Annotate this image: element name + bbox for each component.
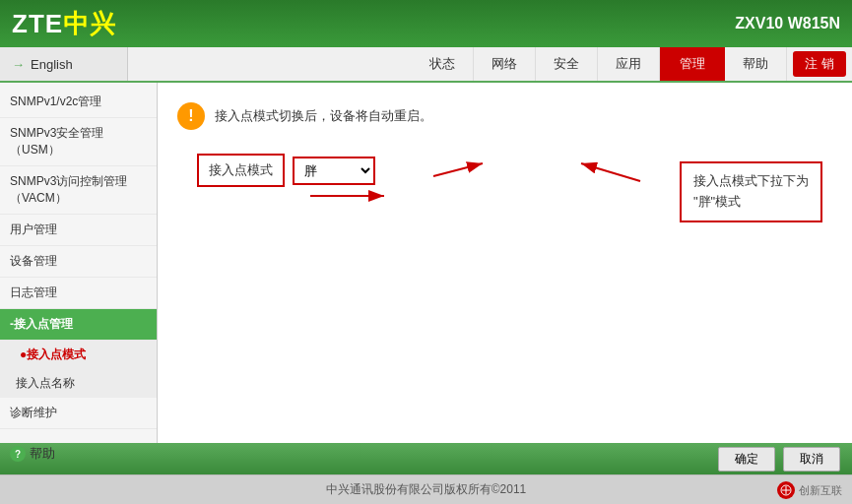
cancel-button[interactable]: 取消 [783,447,840,472]
model-name: ZXV10 W815N [735,15,840,32]
mode-select-wrap[interactable]: 胖 瘦 [293,157,375,185]
lang-arrow-icon: → [12,57,25,72]
annotation-box: 接入点模式下拉下为 "胖"模式 [680,161,822,222]
sidebar-item-snmpv1[interactable]: SNMPv1/v2c管理 [0,87,157,118]
nav-manage[interactable]: 管理 [660,47,725,81]
annotation-line2: "胖"模式 [693,192,809,213]
main-layout: SNMPv1/v2c管理 SNMPv3安全管理（USM） SNMPv3访问控制管… [0,83,852,443]
brand-icon [777,481,795,499]
nav-security[interactable]: 安全 [536,47,598,81]
warning-text: 接入点模式切换后，设备将自动重启。 [215,107,432,125]
footer: 中兴通讯股份有限公司版权所有©2011 创新互联 [0,474,852,504]
copyright-text: 中兴通讯股份有限公司版权所有©2011 [326,481,527,498]
confirm-button[interactable]: 确定 [718,447,775,472]
language-label: English [31,57,73,72]
nav-logout[interactable]: 注 销 [793,51,846,77]
sidebar-item-snmpv3sec[interactable]: SNMPv3安全管理（USM） [0,118,157,166]
sidebar-help[interactable]: ? 帮助 [0,437,157,471]
sidebar-item-snmpv3acl[interactable]: SNMPv3访问控制管理（VACM） [0,166,157,215]
nav-network[interactable]: 网络 [474,47,536,81]
footer-brand: 创新互联 [777,481,842,499]
help-label: 帮助 [30,445,55,463]
arrows-overlay [158,83,852,443]
sidebar: SNMPv1/v2c管理 SNMPv3安全管理（USM） SNMPv3访问控制管… [0,83,158,443]
nav-app[interactable]: 应用 [598,47,660,81]
help-circle-icon: ? [10,446,26,462]
nav-status[interactable]: 状态 [412,47,474,81]
nav-items: 状态 网络 安全 应用 管理 帮助 注 销 [128,47,852,81]
nav-help[interactable]: 帮助 [725,47,787,81]
sidebar-item-devmgr[interactable]: 设备管理 [0,246,157,278]
form-label: 接入点模式 [197,154,285,187]
sidebar-item-diag[interactable]: 诊断维护 [0,398,157,429]
mode-select[interactable]: 胖 瘦 [295,158,373,183]
annotation-line1: 接入点模式下拉下为 [693,171,809,192]
warning-box: ! 接入点模式切换后，设备将自动重启。 [177,102,832,130]
sidebar-item-logmgr[interactable]: 日志管理 [0,278,157,309]
logo-chinese: 中兴 [63,9,116,38]
brand-svg-icon [780,484,792,496]
navbar: → English 状态 网络 安全 应用 管理 帮助 注 销 [0,47,852,83]
header: ZTE中兴 ZXV10 W815N [0,0,852,47]
sidebar-item-apmgr[interactable]: -接入点管理 [0,309,157,341]
sidebar-item-apmode[interactable]: ●接入点模式 [0,341,157,369]
warning-icon: ! [177,102,205,130]
sidebar-item-apname[interactable]: 接入点名称 [0,369,157,398]
logo: ZTE中兴 [12,7,116,41]
sidebar-item-usermgr[interactable]: 用户管理 [0,215,157,246]
brand-label: 创新互联 [799,483,842,498]
language-selector[interactable]: → English [0,47,128,81]
content-area: ! 接入点模式切换后，设备将自动重启。 接入点模式 胖 瘦 接入点模式下拉下为 … [158,83,852,443]
